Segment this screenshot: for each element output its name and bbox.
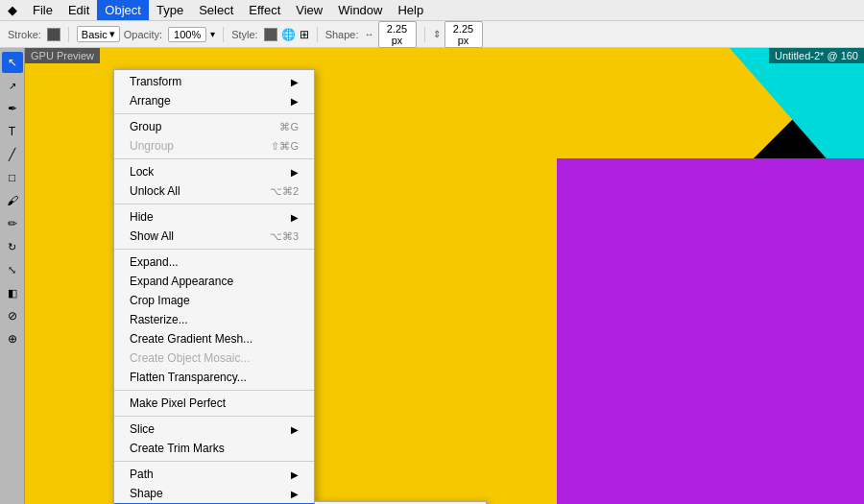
opacity-input[interactable]: 100% <box>168 27 206 42</box>
submenu-arrow: ▶ <box>291 167 299 178</box>
tools-sidebar: ↖ ↗ ✒ T ╱ □ 🖌 ✏ ↻ ⤡ ◧ ⊘ ⊕ <box>0 48 25 504</box>
submenu-arrow: ▶ <box>291 469 299 480</box>
selection-tool[interactable]: ↖ <box>2 52 23 73</box>
menu-item-trim-marks[interactable]: Create Trim Marks <box>114 439 314 458</box>
menu-item-transform[interactable]: Transform ▶ <box>114 72 314 91</box>
menu-item-lock[interactable]: Lock ▶ <box>114 162 314 181</box>
submenu-arrow: ▶ <box>291 212 299 223</box>
dropdown-arrow: ▾ <box>109 28 115 40</box>
menu-file[interactable]: File <box>25 0 60 20</box>
divider-6 <box>114 416 314 417</box>
menu-edit[interactable]: Edit <box>60 0 97 20</box>
shape-icon2: ⇕ <box>433 29 441 39</box>
divider-4 <box>114 249 314 250</box>
menu-item-crop-image[interactable]: Crop Image <box>114 291 314 310</box>
menu-view[interactable]: View <box>288 0 330 20</box>
pencil-tool[interactable]: ✏ <box>2 213 23 234</box>
pen-tool[interactable]: ✒ <box>2 98 23 119</box>
rect-tool[interactable]: □ <box>2 167 23 188</box>
toolbar-separator-1 <box>68 27 69 42</box>
toolbar: Stroke: Basic ▾ Opacity: 100% ▾ Style: 🌐… <box>0 21 864 48</box>
divider-3 <box>114 204 314 204</box>
toolbar-separator-4 <box>424 27 425 42</box>
zoom-tool[interactable]: ⊕ <box>2 328 23 349</box>
shape-height-input[interactable]: 2.25 px <box>444 21 483 48</box>
direct-selection-tool[interactable]: ↗ <box>2 75 23 96</box>
menu-item-path[interactable]: Path ▶ <box>114 465 314 484</box>
menu-item-gradient-mesh[interactable]: Create Gradient Mesh... <box>114 329 314 348</box>
menu-window[interactable]: Window <box>330 0 390 20</box>
divider-7 <box>114 461 314 462</box>
artboard-title: Untitled-2* @ 160 <box>769 48 864 63</box>
menu-item-hide[interactable]: Hide ▶ <box>114 207 314 227</box>
menu-item-flatten[interactable]: Flatten Transparency... <box>114 368 314 387</box>
submenu-arrow: ▶ <box>291 77 299 87</box>
menu-bar: ◆ File Edit Object Type Select Effect Vi… <box>0 0 864 21</box>
rotate-tool[interactable]: ↻ <box>2 236 23 257</box>
scale-tool[interactable]: ⤡ <box>2 259 23 280</box>
stroke-color-swatch[interactable] <box>47 28 60 41</box>
eyedropper-tool[interactable]: ⊘ <box>2 305 23 326</box>
main-area: ↖ ↗ ✒ T ╱ □ 🖌 ✏ ↻ ⤡ ◧ ⊘ ⊕ Untitled-2* @ … <box>0 48 864 504</box>
style-icon[interactable]: 🌐 <box>281 28 296 41</box>
divider-2 <box>114 158 314 159</box>
menu-item-expand-appearance[interactable]: Expand Appearance <box>114 272 314 291</box>
align-icon[interactable]: ⊞ <box>300 28 309 41</box>
style-label: Style: <box>231 29 258 40</box>
stroke-label: Stroke: <box>8 29 41 40</box>
shape-icon: ↔ <box>365 29 374 39</box>
divider-1 <box>114 113 314 114</box>
type-tool[interactable]: T <box>2 121 23 142</box>
menu-item-expand[interactable]: Expand... <box>114 252 314 272</box>
menu-item-arrange[interactable]: Arrange ▶ <box>114 91 314 110</box>
toolbar-separator-3 <box>317 27 318 42</box>
object-dropdown-menu: Transform ▶ Arrange ▶ Group ⌘G Ungroup ⇧… <box>113 69 315 504</box>
gpu-preview-label: GPU Preview <box>25 48 100 63</box>
divider-5 <box>114 390 314 391</box>
menu-item-group[interactable]: Group ⌘G <box>114 117 314 136</box>
line-tool[interactable]: ╱ <box>2 144 23 165</box>
toolbar-separator-2 <box>223 27 224 42</box>
menu-item-slice[interactable]: Slice ▶ <box>114 420 314 439</box>
paintbrush-tool[interactable]: 🖌 <box>2 190 23 211</box>
submenu-arrow: ▶ <box>291 489 299 499</box>
menu-item-ungroup[interactable]: Ungroup ⇧⌘G <box>114 136 314 156</box>
shape-purple <box>557 158 864 504</box>
menu-item-object-mosaic[interactable]: Create Object Mosaic... <box>114 348 314 368</box>
shape-label: Shape: <box>325 29 359 40</box>
style-value: Basic <box>82 29 108 40</box>
menu-item-shape[interactable]: Shape ▶ <box>114 484 314 503</box>
style-dropdown[interactable]: Basic ▾ <box>77 26 120 42</box>
menu-help[interactable]: Help <box>390 0 431 20</box>
menu-item-rasterize[interactable]: Rasterize... <box>114 310 314 329</box>
gradient-tool[interactable]: ◧ <box>2 282 23 303</box>
submenu-arrow: ▶ <box>291 96 299 107</box>
shape-width-input[interactable]: 2.25 px <box>378 21 417 48</box>
menu-object[interactable]: Object <box>97 0 149 20</box>
style-swatch[interactable] <box>264 28 277 41</box>
menu-item-unlock-all[interactable]: Unlock All ⌥⌘2 <box>114 181 314 201</box>
menu-type[interactable]: Type <box>149 0 191 20</box>
menu-item-pixel-perfect[interactable]: Make Pixel Perfect <box>114 394 314 413</box>
menu-item-show-all[interactable]: Show All ⌥⌘3 <box>114 227 314 246</box>
submenu-arrow: ▶ <box>291 424 299 435</box>
opacity-label: Opacity: <box>124 29 162 40</box>
menu-select[interactable]: Select <box>191 0 241 20</box>
menu-effect[interactable]: Effect <box>241 0 288 20</box>
app-logo: ◆ <box>0 0 25 20</box>
opacity-arrow[interactable]: ▾ <box>210 29 215 39</box>
